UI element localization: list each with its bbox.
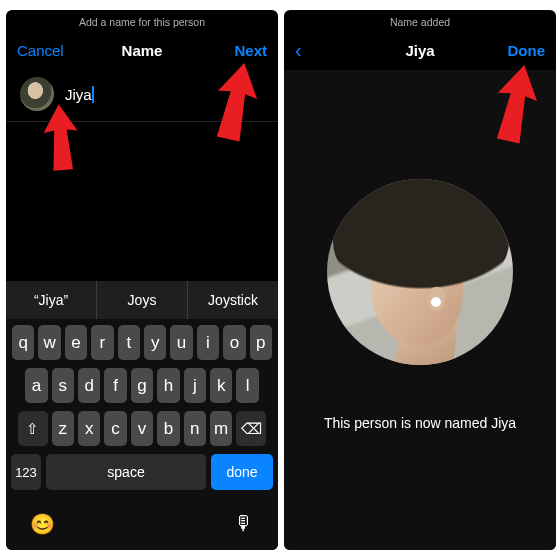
key-z[interactable]: z [52, 411, 74, 446]
key-x[interactable]: x [78, 411, 100, 446]
keyboard-footer: 😊 🎙 [6, 505, 278, 550]
suggestion[interactable]: Joystick [188, 281, 278, 319]
key-w[interactable]: w [38, 325, 60, 360]
key-l[interactable]: l [236, 368, 258, 403]
key-row-2: asdfghjkl [9, 368, 275, 403]
suggestion[interactable]: Joys [97, 281, 188, 319]
keyboard-keys: qwertyuiop asdfghjkl ⇧zxcvbnm⌫ 123 space… [6, 319, 278, 505]
text-cursor [92, 86, 94, 103]
key-g[interactable]: g [131, 368, 153, 403]
key-q[interactable]: q [12, 325, 34, 360]
cancel-button[interactable]: Cancel [17, 42, 64, 59]
numbers-key[interactable]: 123 [11, 454, 41, 490]
svg-marker-1 [209, 59, 264, 143]
key-row-bottom: 123 space done [9, 454, 275, 490]
status-caption: Name added [284, 10, 556, 35]
svg-marker-0 [42, 103, 80, 171]
mic-key[interactable]: 🎙 [234, 512, 254, 536]
key-o[interactable]: o [223, 325, 245, 360]
space-key[interactable]: space [46, 454, 206, 490]
key-b[interactable]: b [157, 411, 179, 446]
emoji-key[interactable]: 😊 [30, 512, 55, 536]
key-m[interactable]: m [210, 411, 232, 446]
key-k[interactable]: k [210, 368, 232, 403]
key-i[interactable]: i [197, 325, 219, 360]
key-s[interactable]: s [52, 368, 74, 403]
key-r[interactable]: r [91, 325, 113, 360]
keyboard: “Jiya” Joys Joystick qwertyuiop asdfghjk… [6, 281, 278, 550]
key-f[interactable]: f [104, 368, 126, 403]
annotation-arrow-icon [36, 101, 87, 175]
next-button[interactable]: Next [234, 42, 267, 59]
key-c[interactable]: c [104, 411, 126, 446]
done-key[interactable]: done [211, 454, 273, 490]
back-button[interactable]: ‹ [295, 43, 302, 57]
key-e[interactable]: e [65, 325, 87, 360]
key-h[interactable]: h [157, 368, 179, 403]
key-row-3: ⇧zxcvbnm⌫ [9, 411, 275, 446]
suggestion-bar: “Jiya” Joys Joystick [6, 281, 278, 319]
suggestion[interactable]: “Jiya” [6, 281, 97, 319]
person-avatar-large [327, 179, 513, 365]
status-caption: Add a name for this person [6, 10, 278, 35]
key-row-1: qwertyuiop [9, 325, 275, 360]
confirmation-text: This person is now named Jiya [324, 415, 516, 431]
screen-add-name: Add a name for this person Cancel Name N… [6, 10, 278, 550]
key-d[interactable]: d [78, 368, 100, 403]
key-y[interactable]: y [144, 325, 166, 360]
key-⌫[interactable]: ⌫ [236, 411, 266, 446]
key-j[interactable]: j [184, 368, 206, 403]
screen-name-added: Name added ‹ Jiya Done This person is no… [284, 10, 556, 550]
done-button[interactable]: Done [508, 42, 546, 59]
key-a[interactable]: a [25, 368, 47, 403]
key-u[interactable]: u [170, 325, 192, 360]
svg-marker-2 [489, 61, 544, 145]
key-n[interactable]: n [184, 411, 206, 446]
key-t[interactable]: t [118, 325, 140, 360]
key-⇧[interactable]: ⇧ [18, 411, 48, 446]
key-p[interactable]: p [250, 325, 272, 360]
key-v[interactable]: v [131, 411, 153, 446]
